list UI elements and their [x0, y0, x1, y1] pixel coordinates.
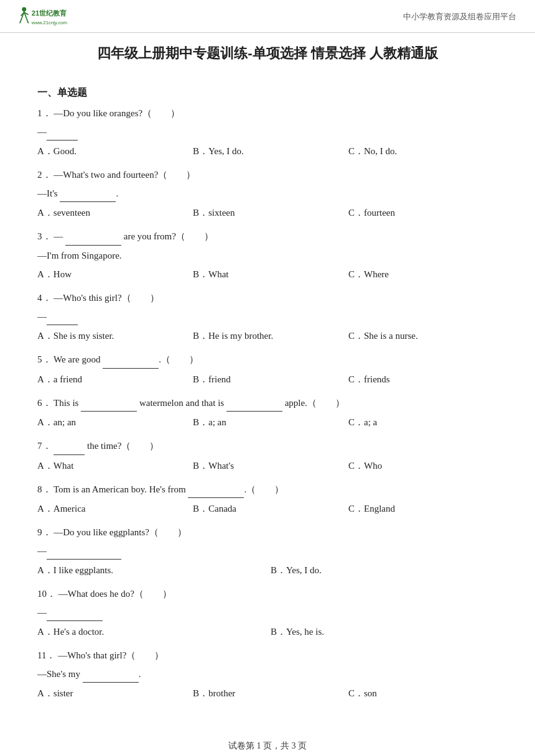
- q9-dash: —: [37, 546, 47, 556]
- q2-text: —What's two and fourteen?（ ）: [54, 170, 195, 180]
- q4-dash: —: [37, 311, 47, 321]
- q11-optA: A．sister: [37, 685, 193, 702]
- q7-suffix: the time?（ ）: [85, 441, 159, 451]
- q9-answer: —: [37, 543, 504, 560]
- q4-options: A．She is my sister. B．He is my brother. …: [37, 328, 504, 344]
- q8-stem: 8． Tom is an American boy. He's from .（ …: [37, 482, 504, 499]
- q1-num: 1．: [37, 108, 52, 118]
- q9-blank: [47, 543, 121, 560]
- question-2: 2． —What's two and fourteen?（ ） —It's . …: [37, 167, 504, 221]
- q10-dash: —: [37, 607, 47, 617]
- svg-line-3: [20, 18, 22, 24]
- q4-answer: —: [37, 309, 504, 326]
- q3-blank: [65, 229, 121, 246]
- q6-prefix: This is: [54, 398, 81, 408]
- q5-optC: C．friends: [348, 371, 504, 388]
- q9-num: 9．: [37, 527, 52, 537]
- q2-optC: C．fourteen: [348, 205, 504, 221]
- q4-blank: [47, 309, 78, 326]
- q1-answer: —: [37, 124, 504, 141]
- q6-blank1: [81, 395, 137, 412]
- q6-suffix: apple.（ ）: [282, 398, 345, 408]
- svg-line-4: [26, 18, 28, 24]
- q7-stem: 7． the time?（ ）: [37, 438, 504, 455]
- q3-optA: A．How: [37, 266, 193, 283]
- q11-options: A．sister B．brother C．son: [37, 685, 504, 702]
- question-9: 9． —Do you like eggplants?（ ） — A．I like…: [37, 525, 504, 579]
- q2-options: A．seventeen B．sixteen C．fourteen: [37, 205, 504, 221]
- q1-stem: 1． —Do you like oranges?（ ）: [37, 106, 504, 122]
- logo-icon: 21世纪教育 www.21cnjy.com: [12, 5, 81, 29]
- q8-optA: A．America: [37, 500, 193, 517]
- q11-suffix: .: [139, 669, 141, 679]
- q4-optC: C．She is a nurse.: [348, 328, 504, 344]
- q9-optB: B．Yes, I do.: [271, 562, 504, 579]
- q5-prefix: We are good: [54, 354, 103, 364]
- q11-answer: —She's my .: [37, 666, 504, 683]
- q7-options: A．What B．What's C．Who: [37, 458, 504, 474]
- q11-blank: [83, 666, 139, 683]
- q8-num: 8．: [37, 484, 52, 494]
- q6-options: A．an; an B．a; an C．a; a: [37, 414, 504, 431]
- page-header: 21世纪教育 www.21cnjy.com 中小学教育资源及组卷应用平台: [0, 0, 535, 33]
- q10-blank: [47, 605, 103, 622]
- svg-text:www.21cnjy.com: www.21cnjy.com: [31, 20, 67, 25]
- q3-stem: 3． — are you from?（ ）: [37, 229, 504, 246]
- q3-answer-text: —I'm from Singapore.: [37, 251, 122, 260]
- question-4: 4． —Who's this girl?（ ） — A．She is my si…: [37, 290, 504, 344]
- q3-optC: C．Where: [348, 266, 504, 283]
- q8-suffix: .（ ）: [244, 484, 284, 494]
- q7-optC: C．Who: [348, 458, 504, 474]
- question-11: 11． —Who's that girl?（ ） —She's my . A．s…: [37, 648, 504, 702]
- q6-optA: A．an; an: [37, 414, 193, 431]
- q9-optA: A．I like eggplants.: [37, 562, 271, 579]
- q11-num: 11．: [37, 650, 55, 660]
- q3-suffix: are you from?（ ）: [121, 231, 213, 241]
- question-8: 8． Tom is an American boy. He's from .（ …: [37, 482, 504, 518]
- q11-stem: 11． —Who's that girl?（ ）: [37, 648, 504, 664]
- q6-blank2: [226, 395, 282, 412]
- q4-text: —Who's this girl?（ ）: [54, 293, 159, 303]
- q6-num: 6．: [37, 398, 52, 408]
- q3-options: A．How B．What C．Where: [37, 266, 504, 283]
- question-7: 7． the time?（ ） A．What B．What's C．Who: [37, 438, 504, 474]
- q8-options: A．America B．Canada C．England: [37, 500, 504, 517]
- q2-answer: —It's .: [37, 186, 504, 203]
- q8-blank: [188, 482, 244, 499]
- q3-answer: —I'm from Singapore.: [37, 248, 504, 264]
- q5-optB: B．friend: [193, 371, 348, 388]
- question-6: 6． This is watermelon and that is apple.…: [37, 395, 504, 431]
- q9-stem: 9． —Do you like eggplants?（ ）: [37, 525, 504, 541]
- section-title: 一、单选题: [37, 86, 504, 99]
- q2-optB: B．sixteen: [193, 205, 348, 221]
- q11-optC: C．son: [348, 685, 504, 702]
- svg-point-0: [22, 7, 26, 11]
- logo-area: 21世纪教育 www.21cnjy.com: [12, 5, 81, 29]
- q8-optC: C．England: [348, 500, 504, 517]
- q2-prefix: —It's: [37, 188, 60, 198]
- q11-optB: B．brother: [193, 685, 348, 702]
- question-3: 3． — are you from?（ ） —I'm from Singapor…: [37, 229, 504, 283]
- q7-blank: [54, 438, 85, 455]
- q4-stem: 4． —Who's this girl?（ ）: [37, 290, 504, 307]
- question-1: 1． —Do you like oranges?（ ） — A．Good. B．…: [37, 106, 504, 160]
- q4-num: 4．: [37, 293, 52, 303]
- q6-stem: 6． This is watermelon and that is apple.…: [37, 395, 504, 412]
- q10-answer: —: [37, 605, 504, 622]
- q7-optA: A．What: [37, 458, 193, 474]
- svg-text:21世纪教育: 21世纪教育: [32, 9, 67, 17]
- q6-optB: B．a; an: [193, 414, 348, 431]
- q10-optB: B．Yes, he is.: [271, 624, 504, 640]
- q10-optA: A．He's a doctor.: [37, 624, 271, 640]
- q10-num: 10．: [37, 589, 56, 599]
- q8-optB: B．Canada: [193, 500, 348, 517]
- q3-dash: —: [54, 231, 65, 241]
- question-5: 5． We are good .（ ） A．a friend B．friend …: [37, 352, 504, 388]
- page-title: 四年级上册期中专题训练-单项选择 情景选择 人教精通版: [0, 33, 535, 69]
- q3-num: 3．: [37, 231, 52, 241]
- q9-text: —Do you like eggplants?（ ）: [54, 527, 187, 537]
- q5-optA: A．a friend: [37, 371, 193, 388]
- content-area: 一、单选题 1． —Do you like oranges?（ ） — A．Go…: [0, 69, 535, 722]
- q6-optC: C．a; a: [348, 414, 504, 431]
- platform-name: 中小学教育资源及组卷应用平台: [403, 11, 516, 22]
